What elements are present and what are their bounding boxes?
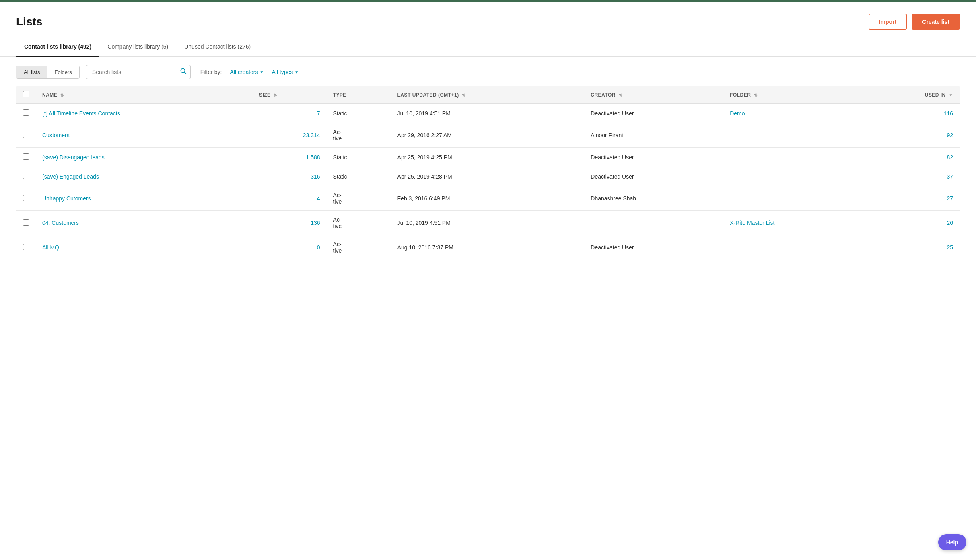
list-type-2: Static (327, 148, 391, 167)
create-list-button[interactable]: Create list (912, 14, 960, 30)
col-used-in[interactable]: USED IN ▼ (861, 86, 960, 104)
table-row: 04: Customers136Ac-tiveJul 10, 2019 4:51… (16, 211, 960, 235)
list-size-3: 316 (253, 167, 327, 186)
filter-label: Filter by: (200, 69, 222, 75)
last-updated-sort-icon: ⇅ (462, 93, 465, 97)
search-button[interactable] (180, 68, 187, 76)
list-folder-5[interactable]: X-Rite Master List (723, 211, 861, 235)
import-button[interactable]: Import (869, 14, 907, 30)
all-lists-toggle[interactable]: All lists (16, 66, 47, 78)
col-creator[interactable]: CREATOR ⇅ (584, 86, 723, 104)
svg-line-1 (184, 72, 186, 74)
row-checkbox-6[interactable] (23, 244, 29, 250)
page-header: Lists Import Create list (0, 2, 976, 30)
list-updated-6: Aug 10, 2016 7:37 PM (391, 235, 585, 260)
search-input[interactable] (86, 65, 191, 79)
lists-table: NAME ⇅ SIZE ⇅ TYPE LAST UPDATED (GMT+1) … (16, 86, 960, 260)
table-row: All MQL0Ac-tiveAug 10, 2016 7:37 PMDeact… (16, 235, 960, 260)
tab-unused-lists[interactable]: Unused Contact lists (276) (176, 38, 259, 57)
row-checkbox-1[interactable] (23, 132, 29, 138)
search-icon (180, 68, 187, 74)
row-checkbox-cell (16, 235, 36, 260)
tab-contact-lists[interactable]: Contact lists library (492) (16, 38, 99, 57)
list-creator-3: Deactivated User (584, 167, 723, 186)
table-header-row: NAME ⇅ SIZE ⇅ TYPE LAST UPDATED (GMT+1) … (16, 86, 960, 104)
name-sort-icon: ⇅ (60, 93, 64, 97)
list-size-2: 1,588 (253, 148, 327, 167)
list-size-1: 23,314 (253, 123, 327, 148)
list-size-4: 4 (253, 186, 327, 211)
list-type-1: Ac-tive (327, 123, 391, 148)
row-checkbox-3[interactable] (23, 173, 29, 179)
list-type-5: Ac-tive (327, 211, 391, 235)
row-checkbox-0[interactable] (23, 109, 29, 116)
list-folder-2 (723, 148, 861, 167)
list-size-0: 7 (253, 104, 327, 123)
list-folder-0[interactable]: Demo (723, 104, 861, 123)
creator-sort-icon: ⇅ (619, 93, 622, 97)
list-used-in-2: 82 (861, 148, 960, 167)
col-size[interactable]: SIZE ⇅ (253, 86, 327, 104)
creators-arrow-icon: ▼ (260, 70, 264, 74)
table-row: [*] All Timeline Events Contacts7StaticJ… (16, 104, 960, 123)
list-name-3[interactable]: (save) Engaged Leads (36, 167, 253, 186)
list-type-6: Ac-tive (327, 235, 391, 260)
row-checkbox-cell (16, 148, 36, 167)
list-type-3: Static (327, 167, 391, 186)
tabs-bar: Contact lists library (492) Company list… (0, 38, 976, 57)
col-last-updated[interactable]: LAST UPDATED (GMT+1) ⇅ (391, 86, 585, 104)
list-type-4: Ac-tive (327, 186, 391, 211)
list-folder-3 (723, 167, 861, 186)
list-used-in-4: 27 (861, 186, 960, 211)
creators-filter[interactable]: All creators ▼ (230, 69, 264, 75)
list-updated-1: Apr 29, 2016 2:27 AM (391, 123, 585, 148)
table-row: (save) Engaged Leads316StaticApr 25, 201… (16, 167, 960, 186)
list-used-in-3: 37 (861, 167, 960, 186)
col-folder[interactable]: FOLDER ⇅ (723, 86, 861, 104)
row-checkbox-cell (16, 211, 36, 235)
list-name-5[interactable]: 04: Customers (36, 211, 253, 235)
list-updated-4: Feb 3, 2016 6:49 PM (391, 186, 585, 211)
used-in-sort-icon: ▼ (949, 93, 953, 97)
row-checkbox-2[interactable] (23, 153, 29, 160)
list-name-0[interactable]: [*] All Timeline Events Contacts (36, 104, 253, 123)
list-name-4[interactable]: Unhappy Cutomers (36, 186, 253, 211)
view-toggle: All lists Folders (16, 66, 80, 79)
row-checkbox-cell (16, 104, 36, 123)
page-title: Lists (16, 15, 42, 28)
toolbar: All lists Folders Filter by: All creator… (0, 57, 976, 86)
list-name-1[interactable]: Customers (36, 123, 253, 148)
list-used-in-5: 26 (861, 211, 960, 235)
header-actions: Import Create list (869, 14, 960, 30)
list-folder-1 (723, 123, 861, 148)
list-creator-4: Dhanashree Shah (584, 186, 723, 211)
row-checkbox-4[interactable] (23, 195, 29, 201)
table-row: Unhappy Cutomers4Ac-tiveFeb 3, 2016 6:49… (16, 186, 960, 211)
list-updated-5: Jul 10, 2019 4:51 PM (391, 211, 585, 235)
col-name[interactable]: NAME ⇅ (36, 86, 253, 104)
folders-toggle[interactable]: Folders (47, 66, 79, 78)
col-type: TYPE (327, 86, 391, 104)
list-folder-4 (723, 186, 861, 211)
list-name-6[interactable]: All MQL (36, 235, 253, 260)
table-wrap: NAME ⇅ SIZE ⇅ TYPE LAST UPDATED (GMT+1) … (0, 86, 976, 260)
list-used-in-1: 92 (861, 123, 960, 148)
list-updated-0: Jul 10, 2019 4:51 PM (391, 104, 585, 123)
table-row: (save) Disengaged leads1,588StaticApr 25… (16, 148, 960, 167)
tab-company-lists[interactable]: Company lists library (5) (99, 38, 176, 57)
list-used-in-0: 116 (861, 104, 960, 123)
list-size-5: 136 (253, 211, 327, 235)
types-filter[interactable]: All types ▼ (272, 69, 299, 75)
list-size-6: 0 (253, 235, 327, 260)
list-creator-5 (584, 211, 723, 235)
size-sort-icon: ⇅ (274, 93, 277, 97)
row-checkbox-5[interactable] (23, 219, 29, 226)
list-creator-0: Deactivated User (584, 104, 723, 123)
list-creator-1: Alnoor Pirani (584, 123, 723, 148)
list-name-2[interactable]: (save) Disengaged leads (36, 148, 253, 167)
select-all-checkbox[interactable] (23, 91, 29, 97)
list-folder-6 (723, 235, 861, 260)
folder-sort-icon: ⇅ (754, 93, 757, 97)
search-wrap (86, 65, 191, 79)
types-arrow-icon: ▼ (294, 70, 299, 74)
